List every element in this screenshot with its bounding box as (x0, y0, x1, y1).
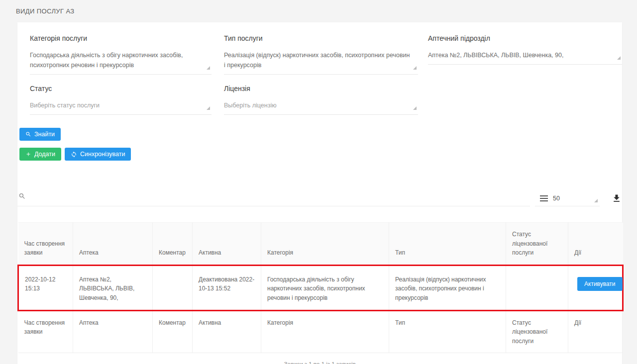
table-footer-row: Час створення заявки Аптека Коментар Акт… (18, 310, 623, 353)
table-row: 2022-10-12 15:13 Аптека №2, ЛЬВІВСЬКА, Л… (18, 265, 623, 310)
filter-status: Статус Виберіть статус послуги (30, 85, 224, 115)
footer-col-active: Активна (193, 310, 261, 353)
sync-button[interactable]: Синхронізувати (65, 148, 131, 161)
content-card: Категорія послуги Господарська діяльніст… (17, 22, 622, 364)
cell-pharmacy: Аптека №2, ЛЬВІВСЬКА, ЛЬВІВ, Шевченка, 9… (73, 265, 153, 310)
col-header-actions: Дії (568, 223, 623, 266)
footer-col-type: Тип (389, 310, 506, 353)
status-select[interactable]: Виберіть статус послуги (30, 99, 212, 115)
activate-button[interactable]: Активувати (577, 277, 623, 291)
dropdown-grip-icon (617, 56, 621, 60)
dropdown-grip-icon (413, 106, 417, 110)
category-value: Господарська діяльність з обігу наркотич… (30, 52, 183, 69)
service-type-select[interactable]: Реалізація (відпуск) наркотичних засобів… (224, 49, 418, 75)
cell-license-status (506, 265, 568, 310)
add-sync-button-row: Додати Синхронізувати (19, 148, 622, 161)
cell-category: Господарська діяльність з обігу наркотич… (261, 265, 389, 310)
page-size-select[interactable]: 50 (535, 195, 600, 206)
search-icon (25, 131, 31, 137)
col-header-comment: Коментар (153, 223, 193, 266)
list-icon (540, 195, 548, 201)
license-select[interactable]: Выберіть ліцензію (224, 99, 418, 115)
status-placeholder: Виберіть статус послуги (30, 102, 100, 109)
category-select[interactable]: Господарська діяльність з обігу наркотич… (30, 49, 212, 75)
footer-col-comment: Коментар (153, 310, 193, 353)
search-icon (18, 192, 26, 202)
list-controls-row: 50 (17, 190, 622, 206)
footer-col-created: Час створення заявки (18, 310, 73, 353)
add-button[interactable]: Додати (19, 148, 61, 161)
sync-button-label: Синхронізувати (80, 151, 125, 158)
category-label: Категорія послуги (30, 34, 212, 42)
services-table: Час створення заявки Аптека Коментар Акт… (17, 222, 624, 353)
download-button[interactable] (612, 193, 622, 205)
footer-col-license-status: Статус ліцензованої послуги (506, 310, 568, 353)
records-info: Записи з 1 по 1 із 1 записів (17, 361, 622, 364)
col-header-created: Час створення заявки (18, 223, 73, 266)
download-icon (612, 197, 622, 205)
service-type-label: Тип послуги (224, 34, 418, 42)
filter-form: Категорія послуги Господарська діяльніст… (17, 22, 622, 115)
filter-category: Категорія послуги Господарська діяльніст… (30, 34, 224, 75)
filter-service-type: Тип послуги Реалізація (відпуск) наркоти… (224, 34, 428, 75)
pharmacy-unit-label: Аптечний підрозділ (428, 34, 622, 42)
dropdown-grip-icon (413, 66, 417, 70)
col-header-category: Категорія (261, 223, 389, 266)
col-header-license-status: Статус ліцензованої послуги (506, 223, 568, 266)
license-placeholder: Выберіть ліцензію (224, 102, 277, 109)
sync-icon (71, 151, 77, 158)
service-type-value: Реалізація (відпуск) наркотичних засобів… (224, 52, 410, 69)
dropdown-grip-icon (207, 66, 210, 70)
dropdown-grip-icon (207, 106, 210, 110)
add-button-label: Додати (34, 151, 55, 158)
dropdown-grip-icon (594, 199, 598, 202)
cell-actions: Активувати (568, 265, 623, 310)
search-button-label: Знайти (34, 131, 55, 138)
pharmacy-unit-value: Аптека №2, ЛЬВІВСЬКА, ЛЬВІВ, Шевченка, 9… (428, 52, 563, 59)
footer-col-pharmacy: Аптека (73, 310, 153, 353)
table-search-input[interactable] (17, 190, 530, 206)
footer-col-category: Категорія (261, 310, 389, 353)
footer-col-actions: Дії (568, 310, 623, 353)
cell-active: Деактивована 2022-10-13 15:52 (193, 265, 261, 310)
col-header-type: Тип (389, 223, 506, 266)
cell-created: 2022-10-12 15:13 (18, 265, 73, 310)
col-header-pharmacy: Аптека (73, 223, 153, 266)
filter-pharmacy-unit: Аптечний підрозділ Аптека №2, ЛЬВІВСЬКА,… (428, 34, 622, 65)
filter-license: Ліцензія Выберіть ліцензію (224, 85, 428, 115)
status-label: Статус (30, 85, 212, 92)
page-header: ВИДИ ПОСЛУГ АЗ (0, 0, 637, 22)
cell-type: Реалізація (відпуск) наркотичних засобів… (389, 265, 506, 310)
search-button[interactable]: Знайти (19, 128, 61, 141)
page-title: ВИДИ ПОСЛУГ АЗ (16, 7, 75, 15)
cell-comment (153, 265, 193, 310)
table-header-row: Час створення заявки Аптека Коментар Акт… (18, 223, 623, 266)
license-label: Ліцензія (224, 85, 418, 92)
plus-icon (25, 151, 31, 157)
page-size-value: 50 (553, 195, 560, 202)
col-header-active: Активна (193, 223, 261, 266)
pharmacy-unit-select[interactable]: Аптека №2, ЛЬВІВСЬКА, ЛЬВІВ, Шевченка, 9… (428, 49, 622, 65)
search-button-row: Знайти (19, 128, 622, 141)
